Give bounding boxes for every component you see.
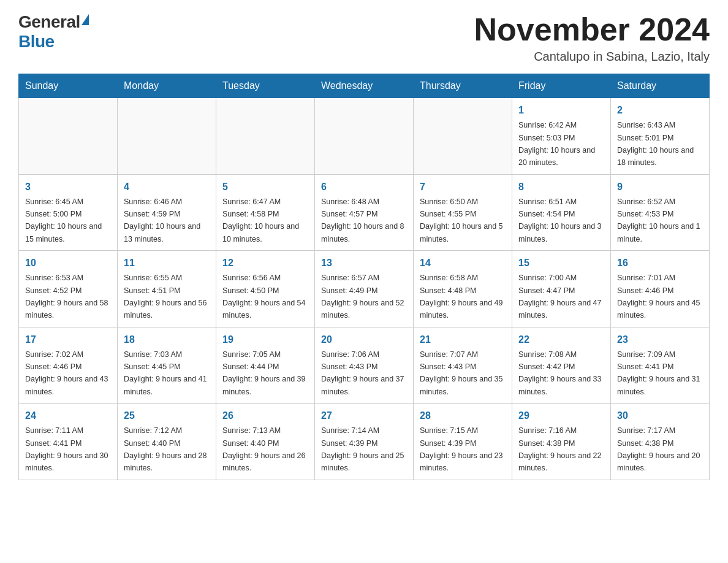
day-number: 22	[518, 332, 604, 347]
calendar-cell	[216, 98, 315, 175]
logo-triangle-icon	[82, 14, 89, 25]
day-info: Sunrise: 6:51 AM Sunset: 4:54 PM Dayligh…	[518, 197, 602, 243]
day-info: Sunrise: 6:55 AM Sunset: 4:51 PM Dayligh…	[124, 274, 207, 320]
calendar-header-row: Sunday Monday Tuesday Wednesday Thursday…	[19, 74, 710, 98]
month-title: November 2024	[474, 12, 710, 47]
day-info: Sunrise: 6:48 AM Sunset: 4:57 PM Dayligh…	[321, 197, 404, 243]
day-number: 4	[124, 180, 210, 194]
calendar-cell: 29Sunrise: 7:16 AM Sunset: 4:38 PM Dayli…	[512, 404, 611, 480]
day-number: 6	[321, 180, 407, 194]
calendar-cell: 18Sunrise: 7:03 AM Sunset: 4:45 PM Dayli…	[118, 327, 216, 404]
header-saturday: Saturday	[611, 74, 710, 98]
title-block: November 2024 Cantalupo in Sabina, Lazio…	[474, 12, 710, 64]
day-number: 27	[321, 408, 407, 423]
day-info: Sunrise: 7:05 AM Sunset: 4:44 PM Dayligh…	[222, 350, 306, 396]
calendar-cell: 8Sunrise: 6:51 AM Sunset: 4:54 PM Daylig…	[512, 174, 611, 251]
day-number: 1	[518, 103, 604, 118]
day-info: Sunrise: 7:09 AM Sunset: 4:41 PM Dayligh…	[617, 350, 700, 396]
day-number: 3	[25, 180, 111, 194]
day-info: Sunrise: 6:42 AM Sunset: 5:03 PM Dayligh…	[518, 121, 595, 167]
day-number: 29	[518, 408, 604, 423]
calendar-cell: 19Sunrise: 7:05 AM Sunset: 4:44 PM Dayli…	[216, 327, 315, 404]
page-header: General Blue November 2024 Cantalupo in …	[18, 12, 710, 64]
header-thursday: Thursday	[414, 74, 512, 98]
logo: General Blue	[18, 12, 89, 52]
day-number: 19	[222, 332, 308, 347]
calendar-cell: 7Sunrise: 6:50 AM Sunset: 4:55 PM Daylig…	[414, 174, 512, 251]
day-number: 14	[420, 256, 506, 270]
day-number: 30	[617, 408, 703, 423]
day-number: 5	[222, 180, 308, 194]
calendar-cell: 22Sunrise: 7:08 AM Sunset: 4:42 PM Dayli…	[512, 327, 611, 404]
calendar-cell: 6Sunrise: 6:48 AM Sunset: 4:57 PM Daylig…	[315, 174, 414, 251]
day-info: Sunrise: 7:13 AM Sunset: 4:40 PM Dayligh…	[222, 426, 306, 472]
calendar-cell: 10Sunrise: 6:53 AM Sunset: 4:52 PM Dayli…	[19, 251, 118, 327]
calendar-table: Sunday Monday Tuesday Wednesday Thursday…	[18, 74, 710, 480]
logo-blue-text: Blue	[18, 32, 55, 52]
calendar-cell: 15Sunrise: 7:00 AM Sunset: 4:47 PM Dayli…	[512, 251, 611, 327]
calendar-cell: 25Sunrise: 7:12 AM Sunset: 4:40 PM Dayli…	[118, 404, 216, 480]
day-number: 12	[222, 256, 308, 270]
day-info: Sunrise: 7:11 AM Sunset: 4:41 PM Dayligh…	[25, 426, 108, 472]
calendar-cell: 16Sunrise: 7:01 AM Sunset: 4:46 PM Dayli…	[611, 251, 710, 327]
calendar-week-2: 3Sunrise: 6:45 AM Sunset: 5:00 PM Daylig…	[19, 174, 710, 251]
day-info: Sunrise: 7:07 AM Sunset: 4:43 PM Dayligh…	[420, 350, 503, 396]
calendar-week-4: 17Sunrise: 7:02 AM Sunset: 4:46 PM Dayli…	[19, 327, 710, 404]
calendar-cell: 28Sunrise: 7:15 AM Sunset: 4:39 PM Dayli…	[414, 404, 512, 480]
header-friday: Friday	[512, 74, 611, 98]
calendar-cell: 17Sunrise: 7:02 AM Sunset: 4:46 PM Dayli…	[19, 327, 118, 404]
day-info: Sunrise: 7:06 AM Sunset: 4:43 PM Dayligh…	[321, 350, 404, 396]
day-number: 23	[617, 332, 703, 347]
calendar-cell	[414, 98, 512, 175]
calendar-cell: 13Sunrise: 6:57 AM Sunset: 4:49 PM Dayli…	[315, 251, 414, 327]
day-number: 28	[420, 408, 506, 423]
calendar-cell: 9Sunrise: 6:52 AM Sunset: 4:53 PM Daylig…	[611, 174, 710, 251]
calendar-week-1: 1Sunrise: 6:42 AM Sunset: 5:03 PM Daylig…	[19, 98, 710, 175]
header-sunday: Sunday	[19, 74, 118, 98]
day-number: 16	[617, 256, 703, 270]
calendar-cell	[19, 98, 118, 175]
day-info: Sunrise: 7:16 AM Sunset: 4:38 PM Dayligh…	[518, 426, 602, 472]
day-info: Sunrise: 7:14 AM Sunset: 4:39 PM Dayligh…	[321, 426, 404, 472]
calendar-cell: 14Sunrise: 6:58 AM Sunset: 4:48 PM Dayli…	[414, 251, 512, 327]
calendar-cell: 12Sunrise: 6:56 AM Sunset: 4:50 PM Dayli…	[216, 251, 315, 327]
calendar-week-5: 24Sunrise: 7:11 AM Sunset: 4:41 PM Dayli…	[19, 404, 710, 480]
day-number: 20	[321, 332, 407, 347]
day-info: Sunrise: 6:46 AM Sunset: 4:59 PM Dayligh…	[124, 197, 200, 243]
day-info: Sunrise: 7:02 AM Sunset: 4:46 PM Dayligh…	[25, 350, 108, 396]
calendar-week-3: 10Sunrise: 6:53 AM Sunset: 4:52 PM Dayli…	[19, 251, 710, 327]
day-info: Sunrise: 6:53 AM Sunset: 4:52 PM Dayligh…	[25, 274, 108, 320]
day-info: Sunrise: 6:43 AM Sunset: 5:01 PM Dayligh…	[617, 121, 694, 167]
day-info: Sunrise: 7:12 AM Sunset: 4:40 PM Dayligh…	[124, 426, 207, 472]
day-info: Sunrise: 6:57 AM Sunset: 4:49 PM Dayligh…	[321, 274, 404, 320]
day-info: Sunrise: 6:50 AM Sunset: 4:55 PM Dayligh…	[420, 197, 503, 243]
day-number: 2	[617, 103, 703, 118]
day-number: 24	[25, 408, 111, 423]
calendar-cell: 11Sunrise: 6:55 AM Sunset: 4:51 PM Dayli…	[118, 251, 216, 327]
header-tuesday: Tuesday	[216, 74, 315, 98]
calendar-cell: 5Sunrise: 6:47 AM Sunset: 4:58 PM Daylig…	[216, 174, 315, 251]
day-info: Sunrise: 7:08 AM Sunset: 4:42 PM Dayligh…	[518, 350, 602, 396]
day-info: Sunrise: 7:15 AM Sunset: 4:39 PM Dayligh…	[420, 426, 503, 472]
calendar-cell	[118, 98, 216, 175]
calendar-cell: 21Sunrise: 7:07 AM Sunset: 4:43 PM Dayli…	[414, 327, 512, 404]
day-number: 15	[518, 256, 604, 270]
day-number: 11	[124, 256, 210, 270]
calendar-cell: 26Sunrise: 7:13 AM Sunset: 4:40 PM Dayli…	[216, 404, 315, 480]
calendar-cell: 20Sunrise: 7:06 AM Sunset: 4:43 PM Dayli…	[315, 327, 414, 404]
day-number: 21	[420, 332, 506, 347]
day-number: 18	[124, 332, 210, 347]
day-number: 9	[617, 180, 703, 194]
day-info: Sunrise: 6:47 AM Sunset: 4:58 PM Dayligh…	[222, 197, 299, 243]
day-number: 7	[420, 180, 506, 194]
day-info: Sunrise: 7:03 AM Sunset: 4:45 PM Dayligh…	[124, 350, 207, 396]
calendar-cell: 30Sunrise: 7:17 AM Sunset: 4:38 PM Dayli…	[611, 404, 710, 480]
day-info: Sunrise: 6:56 AM Sunset: 4:50 PM Dayligh…	[222, 274, 306, 320]
header-monday: Monday	[118, 74, 216, 98]
calendar-cell: 4Sunrise: 6:46 AM Sunset: 4:59 PM Daylig…	[118, 174, 216, 251]
day-info: Sunrise: 7:00 AM Sunset: 4:47 PM Dayligh…	[518, 274, 602, 320]
location-subtitle: Cantalupo in Sabina, Lazio, Italy	[474, 50, 710, 64]
day-number: 10	[25, 256, 111, 270]
day-number: 17	[25, 332, 111, 347]
calendar-cell: 23Sunrise: 7:09 AM Sunset: 4:41 PM Dayli…	[611, 327, 710, 404]
